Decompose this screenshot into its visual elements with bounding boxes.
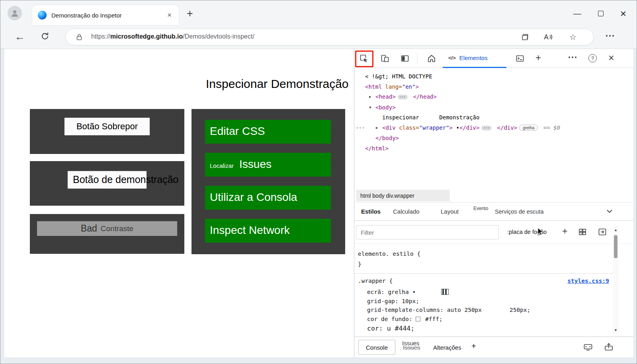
dom-line[interactable]: ▶<head>••• </head>	[354, 92, 633, 103]
filter-input[interactable]	[356, 225, 499, 239]
scrollbar-thumb[interactable]	[614, 235, 617, 258]
dom-line[interactable]: •••▶<div class="wrapper"> •</div>••• </d…	[354, 123, 633, 134]
lock-icon	[75, 33, 83, 41]
dock-side-icon[interactable]	[401, 54, 409, 63]
close-window-button[interactable]: ×	[620, 8, 626, 20]
tab-event-listeners-small[interactable]: Evento	[473, 199, 488, 217]
tab-title: Demonstração do Inspetor	[51, 12, 166, 19]
rule-divider	[354, 273, 613, 274]
dom-line[interactable]: < !&gt; HTML DOCTYPE	[354, 72, 633, 82]
demo-page: Inspecionar Demonstração Botão Sobrepor …	[4, 49, 354, 357]
browser-tab[interactable]: Demonstração do Inspetor ×	[32, 5, 179, 25]
scrollbar-up-icon[interactable]: ▲	[613, 228, 619, 232]
css-declaration[interactable]: cor de fundo: #fff;	[367, 315, 613, 324]
demo-button[interactable]: Botão de demonstração	[67, 171, 147, 189]
tree-arrow-icon[interactable]: ▼	[369, 103, 375, 113]
export-icon[interactable]	[604, 343, 614, 351]
green-buttons-container: Editar CSS LocalizarIssues Utilizar a Co…	[191, 109, 345, 254]
help-icon[interactable]: ?	[588, 54, 597, 62]
collections-icon[interactable]	[521, 33, 530, 41]
drawer-tab-issues[interactable]: Issues Issues	[402, 339, 430, 356]
devtools-close-icon[interactable]: ×	[608, 52, 614, 64]
css-declaration[interactable]: cor: u #444;	[367, 323, 613, 334]
styles-tab-bar: Estilos Calculado Layout Evento Serviços…	[354, 202, 633, 221]
window-controls: — ×	[573, 8, 626, 20]
drawer-tab-changes[interactable]: Alterações	[433, 337, 461, 358]
bad-contrast-button[interactable]: Bad Contraste	[37, 221, 177, 236]
devtools-panel: </> Elementos + ? × < !&gt; HTML DOCTYPE…	[354, 49, 633, 357]
page-title: Inspecionar Demonstração	[206, 77, 349, 91]
rule-lines: ecrã: grelha •grid-gap: 10px;grid-templa…	[367, 288, 613, 334]
new-tab-button[interactable]: +	[187, 8, 193, 20]
device-emulation-icon[interactable]	[381, 54, 389, 63]
inspect-network-button[interactable]: Inspect Network	[205, 219, 331, 243]
home-icon[interactable]	[427, 54, 436, 63]
back-button[interactable]: ←	[15, 31, 25, 43]
grid-display-badge-icon[interactable]	[441, 289, 449, 295]
tab-elements[interactable]: </> Elementos	[443, 49, 506, 68]
devtools-toolbar: </> Elementos + ? ×	[354, 49, 633, 68]
url-text: https://microsoftedge.github.io/Demos/de…	[91, 33, 254, 40]
cast-icon[interactable]	[583, 343, 593, 351]
toolbar-divider	[417, 53, 418, 64]
dom-tree: < !&gt; HTML DOCTYPE<html lang="en">▶<he…	[354, 68, 633, 189]
maximize-button[interactable]	[598, 9, 604, 18]
dom-line[interactable]: <html lang="en">	[354, 82, 633, 92]
tab-styles[interactable]: Estilos	[361, 202, 381, 220]
wrapper-selector[interactable]: .wrapper {	[358, 278, 393, 284]
styles-filter-row: :placa de fogão +	[354, 221, 633, 244]
minimize-button[interactable]: —	[573, 9, 581, 18]
bad-contrast-container: Bad Contraste	[30, 214, 184, 254]
overlay-button[interactable]: Botão Sobrepor	[64, 117, 150, 136]
demo-button-container: Botão de demonstração	[30, 161, 184, 206]
styles-pane: elemento. estilo {} .wrapper { styles.cs…	[354, 244, 613, 337]
refresh-button[interactable]	[40, 31, 50, 41]
devtools-menu-icon[interactable]	[568, 56, 577, 65]
overlay-button-container: Botão Sobrepor	[30, 109, 184, 154]
dom-line[interactable]: </html>	[354, 144, 633, 154]
tab-event-listeners[interactable]: Serviços de escuta	[495, 202, 544, 220]
use-console-button[interactable]: Utilizar a Consola	[205, 186, 331, 210]
edge-logo-icon	[38, 11, 47, 19]
console-drawer-icon[interactable]	[516, 54, 524, 63]
browser-window: Demonstração do Inspetor × + — × ← https…	[0, 0, 637, 364]
open-panel-icon[interactable]	[598, 228, 607, 236]
new-style-rule-icon[interactable]: +	[562, 226, 567, 237]
address-field[interactable]: https://microsoftedge.github.io/Demos/de…	[65, 29, 594, 45]
edit-css-button[interactable]: Editar CSS	[205, 120, 331, 144]
dom-line[interactable]: </body>	[354, 133, 633, 144]
browser-menu-icon[interactable]	[606, 35, 614, 37]
favorites-star-icon[interactable]: ☆	[569, 32, 576, 42]
maximize-icon	[598, 11, 604, 16]
css-source-link[interactable]: styles.css:9	[567, 278, 609, 284]
drawer-tab-console[interactable]: Console	[358, 340, 395, 355]
chevron-down-icon[interactable]	[606, 209, 613, 213]
devtools-drawer: Console Issues Issues Alterações +	[354, 337, 633, 357]
drawer-more-tabs-icon[interactable]: +	[471, 342, 476, 351]
address-bar-row: ← https://microsoftedge.github.io/Demos/…	[0, 25, 637, 49]
profile-avatar[interactable]	[8, 6, 22, 20]
browser-chrome: Demonstração do Inspetor × + — × ← https…	[0, 0, 637, 49]
styles-scrollbar[interactable]: ▲ ▼	[613, 226, 619, 335]
tree-arrow-icon[interactable]: ▶	[376, 123, 382, 133]
breadcrumb[interactable]: html body div.wrapper	[356, 190, 450, 201]
find-issues-button[interactable]: LocalizarIssues	[205, 153, 331, 177]
tutorial-highlight-box	[355, 51, 373, 67]
css-declaration[interactable]: grid-gap: 10px;	[367, 297, 613, 306]
tab-layout[interactable]: Layout	[441, 202, 459, 220]
tab-close-icon[interactable]: ×	[166, 11, 173, 19]
breadcrumb-bar: html body div.wrapper	[354, 189, 633, 202]
tab-computed[interactable]: Calculado	[393, 202, 420, 220]
scrollbar-down-icon[interactable]: ▼	[613, 328, 619, 332]
css-declaration[interactable]: ecrã: grelha •	[367, 288, 613, 297]
cursor-icon	[537, 228, 544, 236]
element-states-icon[interactable]	[578, 228, 587, 236]
dom-line[interactable]: inspecionar Demonstração	[354, 113, 633, 123]
color-swatch[interactable]	[416, 317, 420, 321]
element-style-rule[interactable]: elemento. estilo {}	[358, 249, 613, 269]
tree-arrow-icon[interactable]: ▶	[369, 92, 375, 102]
css-declaration[interactable]: grid-template-columns: auto 250px 250px;	[367, 306, 613, 315]
dom-line[interactable]: ▼<body>	[354, 103, 633, 113]
read-aloud-icon[interactable]	[543, 33, 553, 41]
add-tools-icon[interactable]: +	[535, 52, 541, 63]
